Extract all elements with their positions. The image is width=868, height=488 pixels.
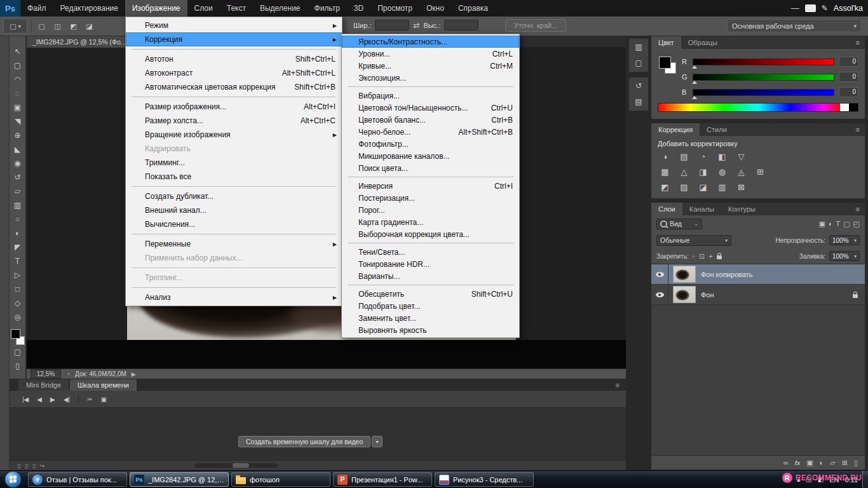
layer-group-icon[interactable]: ▱ (830, 459, 835, 467)
go-first-button[interactable]: |◀ (22, 396, 29, 403)
taskbar-button-1[interactable]: eОтзыв | Отзывы пок... (28, 472, 127, 487)
adjustments-menu-item-6[interactable]: Вибрация... (342, 90, 519, 102)
thumbnail-size-icon[interactable]: ▯ (17, 463, 20, 469)
next-frame-button[interactable]: ◀| (64, 396, 70, 403)
lock-all-icon[interactable] (717, 255, 722, 259)
quick-mask-tool[interactable]: ▢ (10, 345, 25, 359)
status-flyout-arrow-icon[interactable]: ▶ (132, 371, 136, 377)
healing-brush-tool[interactable]: ⊕ (10, 128, 25, 142)
layers-tab-3[interactable]: Контуры (721, 203, 763, 215)
timeline-tab-1[interactable]: Mini Bridge (18, 379, 69, 391)
quick-selection-tool[interactable]: ◌ (10, 86, 25, 100)
foreground-color-swatch[interactable] (659, 57, 671, 69)
thumbnail-size-icon[interactable]: ▯ (25, 463, 28, 469)
lock-position-icon[interactable]: + (709, 253, 713, 260)
g-slider[interactable] (693, 74, 834, 81)
lock-transparency-icon[interactable]: ▫ (693, 253, 695, 260)
timeline-zoom-slider[interactable] (195, 463, 278, 468)
adjustments-tab-1[interactable]: Коррекция (651, 123, 700, 136)
swap-dimensions-icon[interactable]: ⇄ (413, 21, 419, 30)
gradient-map-adjustment-icon[interactable]: ▥ (714, 180, 731, 194)
layer-row-2[interactable]: Фон (651, 285, 865, 305)
move-tool[interactable]: ↖ (10, 44, 25, 58)
invert-adjustment-icon[interactable]: ◩ (656, 180, 674, 194)
restore-button[interactable] (805, 4, 816, 12)
layer-filter-kind-combo[interactable]: Вид ⌄ (656, 219, 702, 229)
document-tab[interactable]: _IMG2842.JPG @ 12,5% (Фо... (27, 36, 133, 48)
lock-image-icon[interactable]: ⊡ (699, 253, 704, 260)
prev-frame-button[interactable]: ◀ (37, 396, 42, 403)
black-white-adjustment-icon[interactable]: ◨ (695, 165, 712, 179)
channel-value-field[interactable]: 0 (839, 57, 858, 67)
image-menu-item-10[interactable]: Вращение изображения▶ (126, 128, 342, 142)
slider-thumb-icon[interactable] (692, 65, 697, 69)
tool-preset-picker[interactable]: ▢▾ (3, 18, 27, 34)
screen-mode-tool[interactable]: ▯ (10, 359, 25, 373)
menubar-item-6[interactable]: Выделение (253, 0, 308, 17)
visibility-cell[interactable] (651, 264, 668, 284)
channel-value-field[interactable]: 0 (839, 72, 858, 82)
frame-icon[interactable]: ▣ (100, 396, 106, 403)
add-selection-mode-button[interactable]: ◫ (51, 20, 64, 32)
layers-tab-2[interactable]: Каналы (682, 203, 721, 215)
width-input[interactable] (375, 20, 409, 30)
color-tab-1[interactable]: Цвет (651, 36, 681, 49)
adjustments-menu-item-17[interactable]: Карта градиента... (342, 216, 519, 228)
adjustments-menu-item-1[interactable]: Яркость/Контрастность... (342, 36, 519, 48)
adjustments-menu-item-2[interactable]: Уровни...Ctrl+L (342, 48, 519, 60)
channel-mixer-adjustment-icon[interactable]: ◬ (733, 165, 750, 179)
image-menu-item-17[interactable]: Вычисления... (126, 217, 342, 231)
exposure-adjustment-icon[interactable]: ◧ (714, 149, 731, 163)
fill-field[interactable]: 100% ▾ (829, 251, 860, 261)
menubar-item-9[interactable]: Просмотр (370, 0, 419, 17)
menubar-item-8[interactable]: 3D (347, 0, 370, 17)
adjustments-menu-item-21[interactable]: Тонирование HDR... (342, 258, 519, 270)
create-video-timeline-button[interactable]: Создать временную шкалу для видео (238, 436, 370, 447)
refine-edge-button[interactable]: Уточн. край... (505, 19, 566, 32)
kind-pixel-filter-icon[interactable]: ▣ (818, 220, 825, 228)
brush-tool[interactable]: ◣ (10, 142, 25, 156)
image-menu-item-6[interactable]: Автоматическая цветовая коррекцияShift+C… (126, 80, 342, 94)
panel-color-swatches[interactable] (658, 55, 682, 82)
adjustments-menu-item-4[interactable]: Экспозиция... (342, 72, 519, 84)
hand-tool[interactable]: ◇ (10, 296, 25, 310)
layer-thumbnail[interactable] (673, 266, 696, 283)
taskbar-button-2[interactable]: Ps_IMG2842.JPG @ 12,5... (130, 472, 229, 487)
menubar-item-10[interactable]: Окно (419, 0, 451, 17)
clone-stamp-tool[interactable]: ◉ (10, 156, 25, 170)
blend-mode-combo[interactable]: Обычные ▾ (656, 235, 731, 246)
taskbar-button-5[interactable]: Рисунок3 - Средств... (435, 472, 534, 487)
kind-shape-filter-icon[interactable]: ▢ (843, 220, 850, 228)
adjustments-menu-item-9[interactable]: Черно-белое...Alt+Shift+Ctrl+B (342, 126, 519, 138)
adjustments-menu-item-10[interactable]: Фотофильтр... (342, 138, 519, 150)
eraser-tool[interactable]: ▱ (10, 184, 25, 198)
layer-style-icon[interactable]: fx (795, 459, 800, 466)
slider-handle[interactable] (233, 463, 249, 468)
minimize-button[interactable]: — (791, 0, 799, 17)
image-menu-item-1[interactable]: Режим▶ (126, 18, 342, 32)
color-balance-adjustment-icon[interactable]: △ (675, 165, 693, 179)
taskbar-button-3[interactable]: фотошоп (231, 472, 330, 487)
scissors-icon[interactable]: ✂ (87, 396, 92, 403)
slider-thumb-icon[interactable] (692, 96, 697, 99)
menubar-item-1[interactable]: Файл (20, 0, 53, 17)
adjustments-menu-item-11[interactable]: Микширование каналов... (342, 150, 519, 162)
selective-color-adjustment-icon[interactable]: ⊠ (733, 180, 750, 194)
crop-tool[interactable]: ▣ (10, 100, 25, 114)
kind-smart-filter-icon[interactable]: ◰ (853, 220, 860, 228)
adjustment-layer-icon[interactable]: ◐ (820, 459, 824, 466)
slider-thumb-icon[interactable] (692, 81, 697, 84)
blur-tool[interactable]: ○ (10, 212, 25, 226)
start-button[interactable] (4, 471, 22, 488)
new-layer-icon[interactable]: ⊞ (842, 459, 848, 467)
delete-layer-icon[interactable]: ▯ (854, 459, 858, 467)
color-tab-2[interactable]: Образцы (681, 36, 724, 49)
history-brush-tool[interactable]: ↺ (10, 170, 25, 184)
image-menu-item-19[interactable]: Переменные▶ (126, 237, 342, 251)
posterize-adjustment-icon[interactable]: ▨ (675, 180, 693, 194)
panel-menu-icon[interactable]: ≡ (851, 123, 865, 136)
adjustments-menu-item-7[interactable]: Цветовой тон/Насыщенность...Ctrl+U (342, 102, 519, 114)
navigator-panel-icon[interactable]: ▢ (633, 58, 644, 68)
threshold-adjustment-icon[interactable]: ◪ (695, 180, 712, 194)
menubar-item-4[interactable]: Слои (187, 0, 220, 17)
